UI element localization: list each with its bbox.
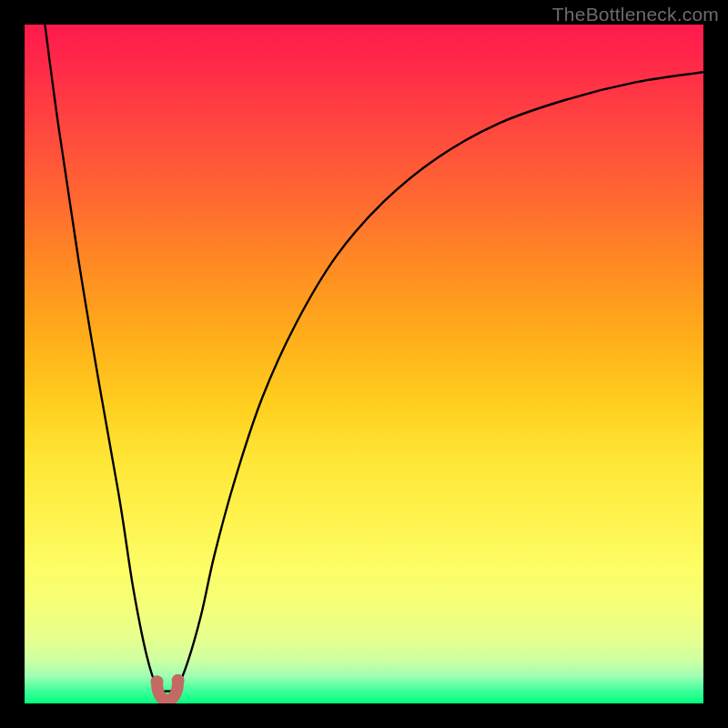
bottleneck-curve-path [45, 25, 703, 692]
watermark-text: TheBottleneck.com [552, 4, 719, 25]
plot-area [25, 25, 703, 703]
chart-frame: TheBottleneck.com [0, 0, 728, 728]
svg-point-1 [172, 674, 185, 687]
optimal-marker [150, 674, 184, 701]
bottleneck-curve-svg [25, 25, 703, 703]
svg-point-0 [150, 675, 163, 688]
